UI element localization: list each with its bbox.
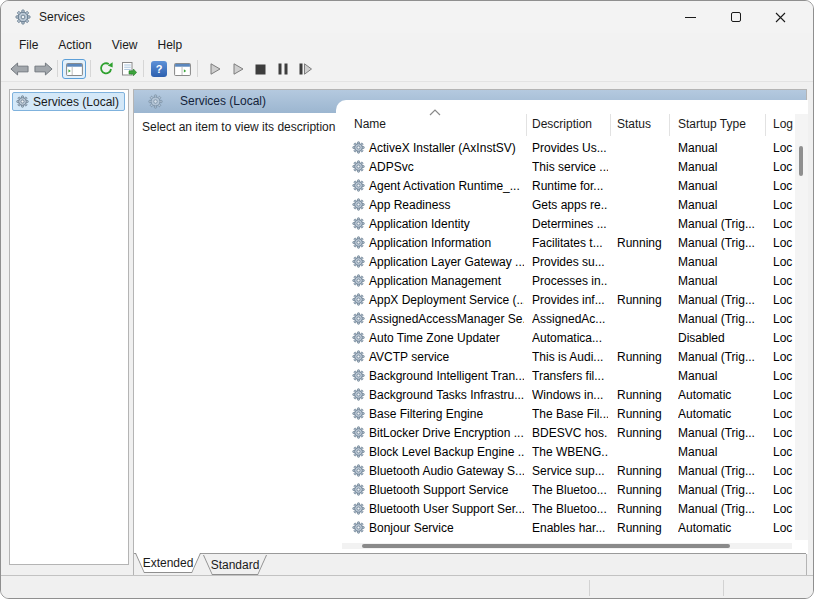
service-row[interactable]: Application Management Processes in... M… — [336, 272, 794, 291]
column-header-description[interactable]: Description — [532, 117, 592, 131]
vertical-scrollbar-thumb[interactable] — [799, 146, 803, 176]
service-row[interactable]: ADPSvc This service ... Manual Loc — [336, 158, 794, 177]
service-row[interactable]: Application Identity Determines ... Manu… — [336, 215, 794, 234]
service-description-cell: The Bluetoo... — [532, 500, 608, 519]
column-header-logon[interactable]: Log — [773, 117, 793, 131]
service-status-cell: Running — [617, 462, 667, 481]
column-header-startup[interactable]: Startup Type — [678, 117, 746, 131]
maximize-button[interactable] — [719, 3, 753, 31]
status-divider — [723, 580, 724, 596]
service-status-cell: Running — [617, 386, 667, 405]
service-startup-cell: Manual (Trig... — [678, 481, 763, 500]
service-logon-cell: Loc — [773, 481, 794, 500]
minimize-button[interactable] — [673, 3, 707, 31]
service-status-cell: Running — [617, 481, 667, 500]
service-description-cell: Determines ... — [532, 215, 608, 234]
service-status-cell — [617, 443, 667, 462]
service-row[interactable]: AVCTP service This is Audi... Running Ma… — [336, 348, 794, 367]
service-gear-icon — [352, 426, 365, 439]
service-description-cell: BDESVC hos... — [532, 424, 608, 443]
service-gear-icon — [352, 217, 365, 230]
menu-file[interactable]: File — [9, 35, 48, 55]
tree-item-services-local[interactable]: Services (Local) — [12, 92, 125, 111]
service-row[interactable]: ActiveX Installer (AxInstSV) Provides Us… — [336, 139, 794, 158]
service-row[interactable]: Background Tasks Infrastru... Windows in… — [336, 386, 794, 405]
show-console-tree-button[interactable] — [62, 59, 86, 79]
forward-button[interactable] — [32, 59, 54, 79]
service-description-cell: Provides Us... — [532, 139, 608, 158]
refresh-button[interactable] — [95, 59, 117, 79]
horizontal-scrollbar-thumb[interactable] — [362, 544, 730, 548]
service-logon-cell: Loc — [773, 177, 794, 196]
horizontal-scrollbar[interactable] — [342, 543, 792, 549]
services-list: Name Description Status Startup Type Log… — [336, 100, 808, 554]
help-button[interactable]: ? — [148, 59, 170, 79]
tab-extended[interactable]: Extended — [135, 553, 201, 573]
service-row[interactable]: Bluetooth Audio Gateway S... Service sup… — [336, 462, 794, 481]
service-startup-cell: Manual — [678, 367, 763, 386]
service-status-cell — [617, 139, 667, 158]
pane-title: Services (Local) — [180, 90, 266, 113]
column-separator[interactable] — [526, 114, 527, 136]
service-status-cell: Running — [617, 234, 667, 253]
column-separator[interactable] — [610, 114, 611, 136]
show-action-pane-button[interactable] — [171, 59, 193, 79]
export-list-button[interactable] — [118, 59, 140, 79]
column-separator[interactable] — [669, 114, 670, 136]
service-startup-cell: Manual — [678, 177, 763, 196]
stop-service-button[interactable] — [249, 59, 271, 79]
service-row[interactable]: Auto Time Zone Updater Automatica... Dis… — [336, 329, 794, 348]
close-icon — [775, 12, 786, 23]
service-name-cell: Application Management — [352, 272, 524, 291]
back-button[interactable] — [8, 59, 30, 79]
service-row[interactable]: Application Layer Gateway ... Provides s… — [336, 253, 794, 272]
service-gear-icon — [352, 369, 365, 382]
service-name-cell: Background Intelligent Tran... — [352, 367, 524, 386]
service-name-cell: Auto Time Zone Updater — [352, 329, 524, 348]
tab-standard-label: Standard — [204, 555, 266, 574]
resume-icon — [233, 63, 244, 75]
service-row[interactable]: App Readiness Gets apps re... Manual Loc — [336, 196, 794, 215]
service-logon-cell: Loc — [773, 348, 794, 367]
service-row[interactable]: AppX Deployment Service (... Provides in… — [336, 291, 794, 310]
forward-icon — [34, 62, 53, 76]
pause-service-button[interactable] — [272, 59, 294, 79]
resume-service-button[interactable] — [227, 59, 249, 79]
service-startup-cell: Manual (Trig... — [678, 348, 763, 367]
menu-view[interactable]: View — [102, 35, 148, 55]
vertical-scrollbar[interactable] — [795, 114, 808, 540]
service-row[interactable]: Background Intelligent Tran... Transfers… — [336, 367, 794, 386]
service-gear-icon — [352, 407, 365, 420]
service-row[interactable]: Bluetooth User Support Ser... The Blueto… — [336, 500, 794, 519]
service-row[interactable]: AssignedAccessManager Se... AssignedAc..… — [336, 310, 794, 329]
menu-help[interactable]: Help — [148, 35, 193, 55]
service-row[interactable]: Block Level Backup Engine ... The WBENG.… — [336, 443, 794, 462]
service-row[interactable]: Application Information Facilitates t...… — [336, 234, 794, 253]
tab-standard[interactable]: Standard — [203, 555, 267, 575]
column-header-status[interactable]: Status — [617, 117, 651, 131]
service-name-cell: AppX Deployment Service (... — [352, 291, 524, 310]
service-row[interactable]: Base Filtering Engine The Base Fil... Ru… — [336, 405, 794, 424]
service-row[interactable]: Bonjour Service Enables har... Running A… — [336, 519, 794, 538]
service-description-cell: Enables har... — [532, 519, 608, 538]
description-pane: Select an item to view its description. — [134, 113, 336, 553]
service-gear-icon — [352, 521, 365, 534]
column-header-name[interactable]: Name — [354, 117, 386, 131]
close-button[interactable] — [763, 3, 797, 31]
menu-action[interactable]: Action — [48, 35, 101, 55]
service-gear-icon — [352, 255, 365, 268]
service-startup-cell: Manual (Trig... — [678, 424, 763, 443]
service-status-cell — [617, 158, 667, 177]
service-name-cell: Agent Activation Runtime_... — [352, 177, 524, 196]
service-row[interactable]: Bluetooth Support Service The Bluetoo...… — [336, 481, 794, 500]
service-row[interactable]: Agent Activation Runtime_... Runtime for… — [336, 177, 794, 196]
service-status-cell: Running — [617, 405, 667, 424]
service-row[interactable]: BitLocker Drive Encryption ... BDESVC ho… — [336, 424, 794, 443]
service-gear-icon — [352, 483, 365, 496]
service-description-cell: Transfers fil... — [532, 367, 608, 386]
column-separator[interactable] — [765, 114, 766, 136]
maximize-icon — [731, 12, 741, 22]
start-service-button[interactable] — [204, 59, 226, 79]
service-name-cell: App Readiness — [352, 196, 524, 215]
restart-service-button[interactable] — [294, 59, 316, 79]
